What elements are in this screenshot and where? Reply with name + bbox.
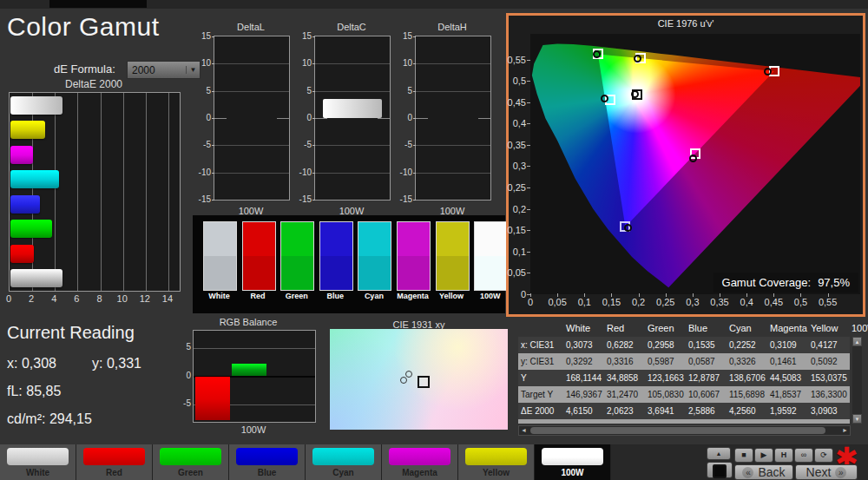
axis-tick-label: 5 [181,342,191,352]
eject-button[interactable]: ▲ [707,447,731,460]
table-cell: 0,2252 [727,340,768,350]
rgb-balance-title: RGB Balance [181,317,316,327]
pattern-button-100w[interactable]: 100W [535,444,611,480]
axis-tick [527,166,530,167]
chart-title: DeltaL [214,22,288,32]
loop-button[interactable]: ∞ [794,448,813,463]
scroll-up-icon[interactable]: ▲ [852,337,862,346]
scrollbar-thumb[interactable] [530,427,825,434]
scroll-right-icon[interactable]: ► [840,426,850,435]
table-cell: 0,3073 [564,340,605,350]
axis-tick-label: 0,05 [545,297,569,307]
axis-tick [527,187,530,188]
axis-tick [212,118,214,119]
pattern-button-blue[interactable]: Blue [229,444,306,480]
column-header-100w: 100W [850,319,868,337]
swatch-magenta [397,221,431,291]
next-button[interactable]: Next » [795,464,858,480]
stop-button[interactable]: ■ [734,448,753,463]
table-horizontal-scrollbar[interactable]: ◄ ► [518,425,851,436]
axis-tick-label: 0,2 [500,204,526,214]
axis-tick [312,91,315,92]
pattern-label: White [0,468,76,477]
axis-tick-label: -5 [192,140,211,149]
scroll-down-icon[interactable]: ▼ [852,414,862,424]
pattern-window-button[interactable] [707,462,733,478]
pattern-label: Blue [229,468,305,477]
column-header-red: Red [605,319,646,337]
table-header-row: WhiteRedGreenBlueCyanMagentaYellow100W [518,319,868,337]
axis-tick-label: 5 [393,86,412,95]
column-header-white: White [564,319,605,337]
actual-marker-yellow [634,55,641,62]
axis-tick-label: 0,3 [500,161,526,171]
swatch-label: Yellow [435,292,469,300]
deltae-bar-red [10,245,34,263]
pattern-swatch [542,448,603,465]
window-edge-notch [49,0,147,8]
table-cell: 0,6282 [605,340,646,350]
axis-tick [413,145,416,146]
table-cell: 41,8537 [768,390,809,399]
grid-line [315,91,390,92]
grid-line [123,93,124,291]
grid-line [194,348,315,349]
scroll-left-icon[interactable]: ◄ [519,426,529,435]
axis-tick-label: 0 [192,113,211,122]
column-header-yellow: Yellow [809,319,850,337]
de-formula-dropdown[interactable]: 2000 ▼ [127,61,201,79]
pattern-button-green[interactable]: Green [153,444,229,480]
cie1976-title: CIE 1976 u'v' [509,18,863,29]
table-cell: 0,3326 [727,357,768,366]
axis-tick [312,200,315,201]
swatch-target [281,256,313,290]
gamut-coverage-label: Gamut Coverage: [722,276,812,289]
swatch-blue [319,221,353,291]
h-icon: H [781,450,787,459]
table-cell: 4,6150 [564,406,605,416]
pattern-label: Yellow [458,468,534,477]
swatch-label: White [202,292,236,300]
deltae-bar-magenta [10,146,33,164]
histogram-button[interactable]: H [774,448,793,463]
cie1976-plot: Gamut Coverage: 97,5% 00,050,10,150,20,2… [530,34,860,294]
table-cell: 13,3661 [727,423,768,424]
axis-tick-label: 0,4 [734,297,759,307]
swatch-actual [398,222,430,256]
pattern-button-yellow[interactable]: Yellow [458,444,535,480]
deltae-bar-100w [10,269,62,287]
pattern-swatch [465,448,527,465]
chevron-left-icon: « [742,467,753,478]
pattern-button-magenta[interactable]: Magenta [382,444,458,480]
axis-tick-label: 0,25 [654,297,678,307]
pattern-label: 100W [535,468,610,477]
de-formula-label: dE Formula: [54,62,115,76]
row-label: x: CIE31 [518,340,564,350]
axis-tick [413,91,416,92]
target-marker [418,376,430,388]
swatch-red [242,221,276,291]
pattern-button-cyan[interactable]: Cyan [306,444,382,480]
delta-bar [323,99,382,118]
axis-tick-label: -5 [393,140,412,149]
swatch-white [203,221,237,291]
table-cell: 0,1461 [768,357,809,366]
play-button[interactable]: ▶ [754,448,773,463]
grid-line [416,173,490,174]
axis-tick-label: 0,5 [788,297,812,307]
back-button[interactable]: « Back [734,464,793,480]
grid-line [416,145,490,146]
swatch-target [204,256,236,290]
zero-line [416,118,428,119]
pattern-button-white[interactable]: White [0,444,76,480]
axis-tick-label: -10 [393,168,412,177]
play-icon: ▶ [761,450,767,459]
axis-tick [212,91,214,92]
table-vertical-scrollbar[interactable]: ▲ ▼ [852,337,862,424]
refresh-button[interactable]: ⟳ [814,448,833,463]
gamut-coverage-readout: Gamut Coverage: 97,5% [713,273,858,293]
axis-tick-label: 15 [192,31,211,41]
axis-tick-label: -5 [181,398,191,408]
axis-tick [527,209,530,210]
pattern-button-red[interactable]: Red [76,444,153,480]
